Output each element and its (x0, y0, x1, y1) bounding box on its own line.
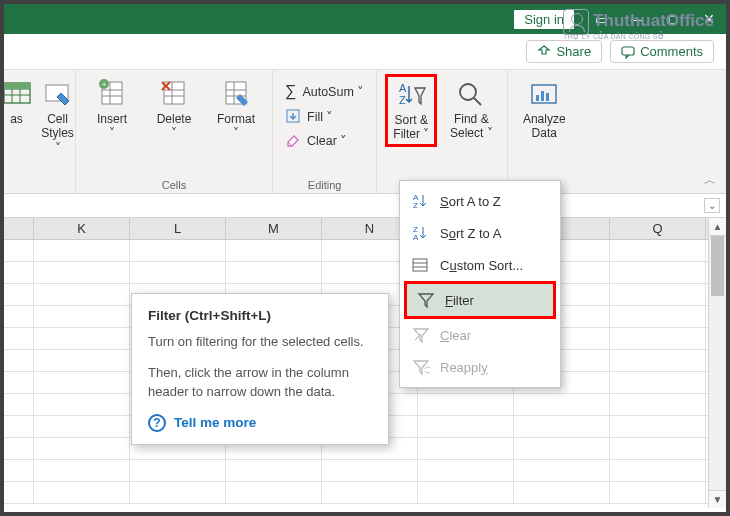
menu-sort-za[interactable]: ZA Sort Z to A (402, 217, 558, 249)
fill-icon (285, 108, 301, 124)
sort-filter-button[interactable]: AZ Sort & Filter ˅ (385, 74, 437, 147)
fill-label: Fill ˅ (307, 109, 333, 124)
sigma-icon: ∑ (285, 82, 296, 100)
clear-label: Clear ˅ (307, 133, 347, 148)
ribbon: as Cell Styles ˅ + Insert ˅ Delete ˅ (4, 70, 726, 194)
sort-filter-menu: AZ SSort A to Zort A to Z ZA Sort Z to A… (399, 180, 561, 388)
find-select-label: Find & Select ˅ (450, 112, 493, 141)
tooltip-body: Turn on filtering for the selected cells… (148, 333, 372, 352)
sign-in-button[interactable]: Sign in (514, 10, 574, 29)
minimize-icon[interactable]: — (628, 12, 646, 27)
comments-button[interactable]: Comments (610, 40, 714, 63)
clear-button[interactable]: Clear ˅ (281, 130, 368, 150)
analyze-icon (528, 78, 560, 110)
help-icon: ? (148, 414, 166, 432)
display-options-icon[interactable]: ▭ (592, 12, 610, 27)
sort-za-icon: ZA (412, 224, 430, 242)
formula-bar: ⌄ (4, 194, 726, 218)
format-icon (220, 78, 252, 110)
collapse-ribbon-icon[interactable]: ︿ (704, 172, 716, 189)
sort-filter-label: Sort & Filter ˅ (393, 113, 429, 142)
scroll-up-icon[interactable]: ▲ (709, 218, 726, 236)
share-button[interactable]: Share (526, 40, 602, 63)
menu-clear: Clear (402, 319, 558, 351)
vertical-scrollbar[interactable]: ▲ ▼ (708, 218, 726, 508)
clear-filter-icon (412, 326, 430, 344)
analyze-data-button[interactable]: Analyze Data (516, 74, 572, 141)
menu-custom-sort[interactable]: Custom Sort... (402, 249, 558, 281)
menu-reapply: Reapply (402, 351, 558, 383)
delete-label: Delete ˅ (157, 112, 192, 141)
title-bar: Sign in ▭ — □ × (4, 4, 726, 34)
group-analysis: Analyze Data sis (507, 70, 580, 193)
delete-icon (158, 78, 190, 110)
cell-styles-button[interactable]: Cell Styles ˅ (38, 74, 78, 155)
menu-sort-az[interactable]: AZ SSort A to Zort A to Z (402, 185, 558, 217)
share-bar: Share Comments (4, 34, 726, 70)
maximize-icon[interactable]: □ (664, 12, 682, 27)
filter-icon (417, 291, 435, 309)
insert-button[interactable]: + Insert ˅ (84, 74, 140, 141)
sort-az-icon: AZ (412, 192, 430, 210)
cell-styles-icon (42, 78, 74, 110)
svg-line-26 (474, 98, 481, 105)
svg-rect-0 (622, 47, 634, 55)
share-icon (537, 45, 551, 59)
group-editing-label: Editing (308, 179, 342, 191)
insert-label: Insert ˅ (97, 112, 127, 141)
scroll-thumb[interactable] (711, 236, 724, 296)
svg-text:Z: Z (413, 201, 418, 210)
tell-me-more-label: Tell me more (174, 415, 256, 430)
autosum-label: AutoSum ˅ (302, 84, 364, 99)
group-sort-find: AZ Sort & Filter ˅ Find & Select ˅ (377, 70, 507, 193)
menu-filter[interactable]: Filter (407, 284, 553, 316)
delete-button[interactable]: Delete ˅ (146, 74, 202, 141)
col-header[interactable]: Q (610, 218, 706, 239)
fill-button[interactable]: Fill ˅ (281, 106, 368, 126)
close-icon[interactable]: × (700, 9, 718, 30)
col-header[interactable]: M (226, 218, 322, 239)
find-select-button[interactable]: Find & Select ˅ (443, 74, 499, 141)
formula-expand-icon[interactable]: ⌄ (704, 198, 720, 213)
reapply-icon (412, 358, 430, 376)
svg-text:+: + (102, 80, 107, 89)
comments-icon (621, 45, 635, 59)
svg-text:A: A (399, 82, 407, 94)
format-button[interactable]: Format ˅ (208, 74, 264, 141)
col-header[interactable]: L (130, 218, 226, 239)
svg-rect-35 (413, 259, 427, 271)
sort-filter-icon: AZ (395, 79, 427, 111)
tooltip-body2: Then, click the arrow in the column head… (148, 364, 372, 402)
tell-me-more-link[interactable]: ? Tell me more (148, 414, 372, 432)
group-cells-label: Cells (162, 179, 186, 191)
filter-tooltip: Filter (Ctrl+Shift+L) Turn on filtering … (131, 293, 389, 445)
svg-text:A: A (413, 233, 419, 242)
analyze-label: Analyze Data (523, 112, 566, 141)
find-icon (455, 78, 487, 110)
format-as-label: as (10, 112, 23, 126)
svg-point-25 (460, 84, 476, 100)
col-header[interactable]: K (34, 218, 130, 239)
col-header[interactable] (4, 218, 34, 239)
svg-rect-6 (4, 83, 30, 89)
scroll-down-icon[interactable]: ▼ (709, 490, 726, 508)
custom-sort-icon (412, 256, 430, 274)
eraser-icon (285, 132, 301, 148)
insert-icon: + (96, 78, 128, 110)
format-as-button[interactable]: as (2, 74, 32, 126)
svg-rect-29 (541, 91, 544, 101)
cell-styles-label: Cell Styles ˅ (38, 112, 78, 155)
svg-rect-30 (546, 93, 549, 101)
format-label: Format ˅ (217, 112, 255, 141)
group-editing: ∑ AutoSum ˅ Fill ˅ Clear ˅ Editing (273, 70, 377, 193)
group-cells: + Insert ˅ Delete ˅ Format ˅ Cells (76, 70, 273, 193)
svg-text:Z: Z (399, 94, 406, 106)
format-as-table-icon (1, 78, 33, 110)
group-styles: as Cell Styles ˅ (4, 70, 76, 193)
svg-rect-28 (536, 95, 539, 101)
tooltip-title: Filter (Ctrl+Shift+L) (148, 308, 372, 323)
autosum-button[interactable]: ∑ AutoSum ˅ (281, 80, 368, 102)
column-headers: K L M N Q (4, 218, 726, 240)
